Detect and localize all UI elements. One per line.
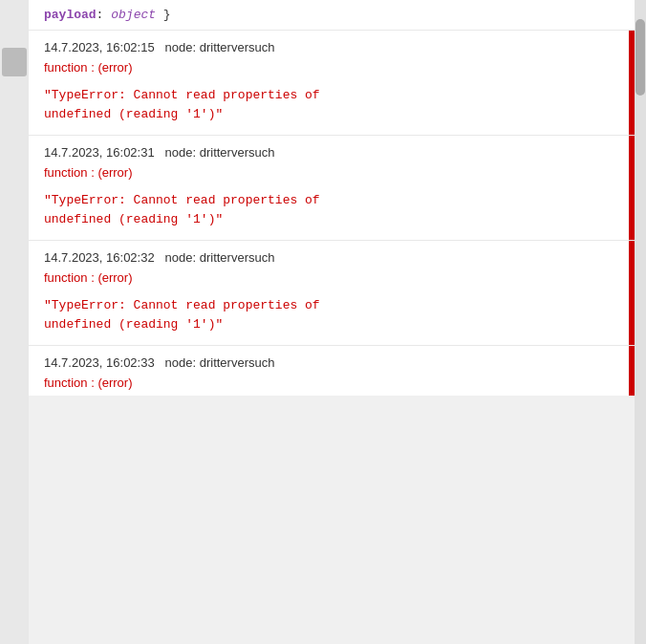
error-line1: "TypeError: Cannot read properties of bbox=[44, 296, 619, 315]
type-object: object bbox=[111, 8, 156, 22]
function-label: function : bbox=[44, 165, 95, 180]
timestamp: 14.7.2023, 16:02:31 bbox=[44, 145, 155, 160]
left-scrollbar-thumb[interactable] bbox=[2, 48, 27, 76]
log-meta: 14.7.2023, 16:02:15 node: dritterversuch bbox=[29, 31, 635, 58]
log-error: "TypeError: Cannot read properties of un… bbox=[29, 290, 635, 345]
timestamp: 14.7.2023, 16:02:33 bbox=[44, 355, 155, 370]
code-header-line: payload: object } bbox=[29, 0, 635, 31]
error-line2: undefined (reading '1')" bbox=[44, 315, 619, 334]
main-container: payload: object } 14.7.2023, 16:02:15 no… bbox=[0, 0, 646, 644]
node-name: dritterversuch bbox=[200, 145, 275, 160]
log-entry: 14.7.2023, 16:02:15 node: dritterversuch… bbox=[29, 31, 635, 136]
node-name: dritterversuch bbox=[200, 355, 275, 370]
function-value: (error) bbox=[97, 165, 132, 180]
function-label: function : bbox=[44, 376, 95, 390]
log-meta: 14.7.2023, 16:02:33 node: dritterversuch bbox=[29, 346, 635, 374]
function-value: (error) bbox=[97, 60, 132, 75]
node-label: node: bbox=[165, 250, 197, 265]
log-entry: 14.7.2023, 16:02:32 node: dritterversuch… bbox=[29, 241, 635, 346]
right-scrollbar[interactable] bbox=[635, 0, 646, 644]
error-line1: "TypeError: Cannot read properties of bbox=[44, 86, 619, 105]
node-label: node: bbox=[165, 145, 197, 160]
error-line2: undefined (reading '1')" bbox=[44, 210, 619, 229]
keyword-payload: payload bbox=[44, 8, 97, 22]
colon-punct: : bbox=[97, 8, 104, 22]
error-line1: "TypeError: Cannot read properties of bbox=[44, 191, 619, 210]
log-function: function : (error) bbox=[29, 58, 635, 80]
log-function: function : (error) bbox=[29, 268, 635, 290]
log-function: function : (error) bbox=[29, 163, 635, 185]
node-name: dritterversuch bbox=[200, 250, 275, 265]
function-value: (error) bbox=[97, 270, 132, 285]
log-meta: 14.7.2023, 16:02:31 node: dritterversuch bbox=[29, 136, 635, 163]
log-error: "TypeError: Cannot read properties of un… bbox=[29, 185, 635, 240]
function-label: function : bbox=[44, 270, 95, 285]
left-scrollbar[interactable] bbox=[0, 0, 29, 644]
log-entry-partial: 14.7.2023, 16:02:33 node: dritterversuch… bbox=[29, 346, 635, 396]
log-meta: 14.7.2023, 16:02:32 node: dritterversuch bbox=[29, 241, 635, 268]
log-error: "TypeError: Cannot read properties of un… bbox=[29, 80, 635, 135]
content-area: payload: object } 14.7.2023, 16:02:15 no… bbox=[29, 0, 635, 644]
node-label: node: bbox=[165, 355, 197, 370]
function-label: function : bbox=[44, 60, 95, 75]
log-entry: 14.7.2023, 16:02:31 node: dritterversuch… bbox=[29, 136, 635, 241]
log-function: function : (error) bbox=[29, 374, 635, 396]
node-label: node: bbox=[165, 40, 197, 54]
brace-punct: } bbox=[163, 8, 171, 22]
log-entries-container: 14.7.2023, 16:02:15 node: dritterversuch… bbox=[29, 31, 635, 396]
right-scrollbar-thumb[interactable] bbox=[635, 19, 645, 96]
timestamp: 14.7.2023, 16:02:32 bbox=[44, 250, 155, 265]
function-value: (error) bbox=[97, 376, 132, 390]
timestamp: 14.7.2023, 16:02:15 bbox=[44, 40, 155, 54]
error-line2: undefined (reading '1')" bbox=[44, 105, 619, 124]
node-name: dritterversuch bbox=[200, 40, 275, 54]
